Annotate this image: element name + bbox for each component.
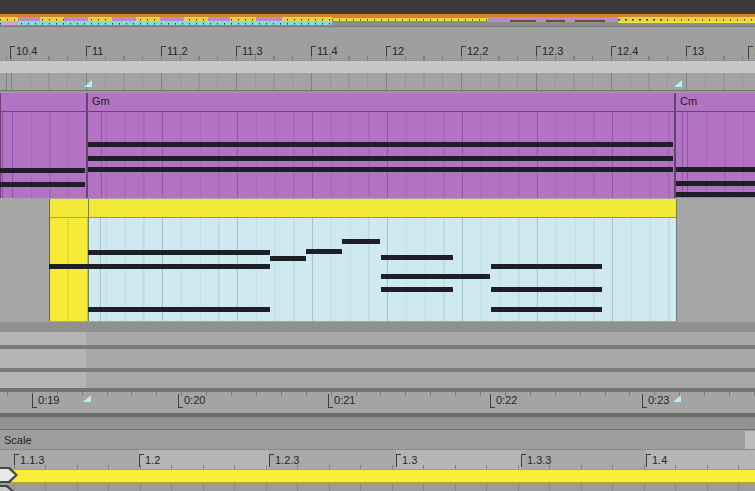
mini-patch-pink <box>2 21 18 25</box>
pre-arrangement-shade <box>0 332 86 345</box>
midi-note <box>306 249 342 254</box>
clip-title: Cm <box>680 95 697 107</box>
ableton-arrangement-view: 10.41111.211.311.41212.212.312.4131 GmCm… <box>0 0 755 491</box>
ruler-label-text: 0:20 <box>184 394 205 406</box>
ruler-label: 11.3 <box>236 44 263 57</box>
ruler-label: 0:22 <box>490 394 517 408</box>
midi-note <box>491 264 602 269</box>
mini-dash-brown <box>546 20 565 22</box>
scale-lane-title: Scale <box>4 434 32 446</box>
midi-note <box>381 287 453 292</box>
ruler-label: 10.4 <box>10 44 37 57</box>
loop-brace[interactable] <box>0 469 755 483</box>
ruler-label: 12.2 <box>461 44 488 57</box>
top-dark-bar <box>0 0 755 14</box>
mini-line-yellow-right <box>618 22 755 24</box>
midi-note <box>49 264 88 269</box>
ruler-label: 1 <box>748 44 755 57</box>
ruler-label-text: 12.2 <box>467 45 488 57</box>
melody-track-region[interactable] <box>0 198 755 322</box>
chords-track-region[interactable]: GmCm <box>0 90 755 200</box>
position-marker-icon[interactable] <box>673 395 681 402</box>
midi-note <box>342 239 380 244</box>
midi-note <box>491 307 602 312</box>
ruler-label-text: 11 <box>92 45 103 57</box>
ruler-label-text: 1.4 <box>652 454 667 466</box>
midi-note <box>88 307 270 312</box>
mini-line-yellow-mid <box>332 18 488 21</box>
ruler-label: 0:23 <box>642 394 669 408</box>
collapsed-track-3[interactable] <box>0 372 755 388</box>
ruler-label: 1.2.3 <box>269 454 299 467</box>
beat-ruler[interactable]: 10.41111.211.311.41212.212.312.4131 <box>0 27 755 61</box>
secondary-start-marker[interactable] <box>0 485 14 491</box>
midi-note <box>88 156 673 161</box>
midi-note <box>270 256 306 261</box>
midi-note <box>676 181 755 186</box>
midi-note <box>0 182 85 187</box>
midi-note <box>491 287 602 292</box>
track-gap-band <box>0 322 755 332</box>
ruler-label: 12 <box>386 44 404 57</box>
clip-title-bar[interactable] <box>89 199 676 218</box>
ruler-label: 11 <box>86 44 103 57</box>
ruler-label-text: 12 <box>392 45 404 57</box>
scale-beat-ruler[interactable]: 1.1.31.21.2.31.31.3.31.4 <box>0 449 755 469</box>
ruler-label: 1.3 <box>396 454 417 467</box>
clip-partial[interactable] <box>49 199 89 321</box>
ruler-label-text: 10.4 <box>16 45 37 57</box>
mini-dash-brown <box>575 20 605 22</box>
midi-note <box>676 192 755 197</box>
ruler-label-text: 0:21 <box>334 394 355 406</box>
midi-note <box>88 264 270 269</box>
pre-arrangement-shade <box>0 349 86 368</box>
time-ruler[interactable]: 0:190:200:210:220:23 <box>0 392 755 413</box>
clip-title-bar[interactable]: Gm <box>88 93 674 112</box>
ruler-label: 13 <box>686 44 704 57</box>
collapsed-track-2[interactable] <box>0 349 755 368</box>
clip-title-bar[interactable] <box>50 199 88 218</box>
ruler-label: 1.2 <box>139 454 160 467</box>
mini-clips-cyan-left <box>0 21 332 25</box>
position-marker-icon[interactable] <box>84 80 92 87</box>
scale-lane-notch <box>745 431 755 449</box>
ruler-label: 1.4 <box>646 454 667 467</box>
clip-partial[interactable] <box>88 199 677 321</box>
clip-title-bar[interactable]: Cm <box>676 93 755 112</box>
midi-note <box>88 142 673 147</box>
ruler-label-text: 1.1.3 <box>20 454 44 466</box>
collapsed-track-1[interactable] <box>0 332 755 345</box>
midi-note <box>88 167 673 172</box>
loop-start-marker[interactable] <box>0 467 18 483</box>
position-marker-icon[interactable] <box>83 395 91 402</box>
midi-note <box>381 255 453 260</box>
scale-lane-header[interactable]: Scale <box>0 429 755 449</box>
ruler-label: 12.4 <box>611 44 638 57</box>
position-marker-icon[interactable] <box>674 80 682 87</box>
ruler-label: 1.3.3 <box>521 454 551 467</box>
ruler-label-text: 1.3.3 <box>527 454 551 466</box>
ruler-label-text: 1.2 <box>145 454 160 466</box>
ruler-label: 12.3 <box>536 44 563 57</box>
ruler-label-text: 1.3 <box>402 454 417 466</box>
ruler-label-text: 12.4 <box>617 45 638 57</box>
overview-strip[interactable] <box>0 14 755 26</box>
midi-note <box>88 250 270 255</box>
clip-title-bar[interactable] <box>1 93 86 112</box>
ruler-label-text: 13 <box>692 45 704 57</box>
pre-arrangement-shade <box>0 372 86 388</box>
ruler-label: 11.4 <box>311 44 338 57</box>
clip-title: Gm <box>92 95 110 107</box>
ruler-label-text: 12.3 <box>542 45 563 57</box>
scrub-area[interactable] <box>0 60 755 74</box>
ruler-label-text: 11.4 <box>317 45 338 57</box>
ruler-label-text: 11.2 <box>167 45 188 57</box>
panel-gap <box>0 417 755 429</box>
midi-note <box>0 168 85 173</box>
ruler-label: 0:19 <box>32 394 59 408</box>
mini-dash-brown <box>510 20 536 22</box>
ruler-label-text: 11.3 <box>242 45 263 57</box>
ruler-label: 1.1.3 <box>14 454 44 467</box>
ruler-label: 11.2 <box>161 44 188 57</box>
ruler-label: 0:21 <box>328 394 355 408</box>
